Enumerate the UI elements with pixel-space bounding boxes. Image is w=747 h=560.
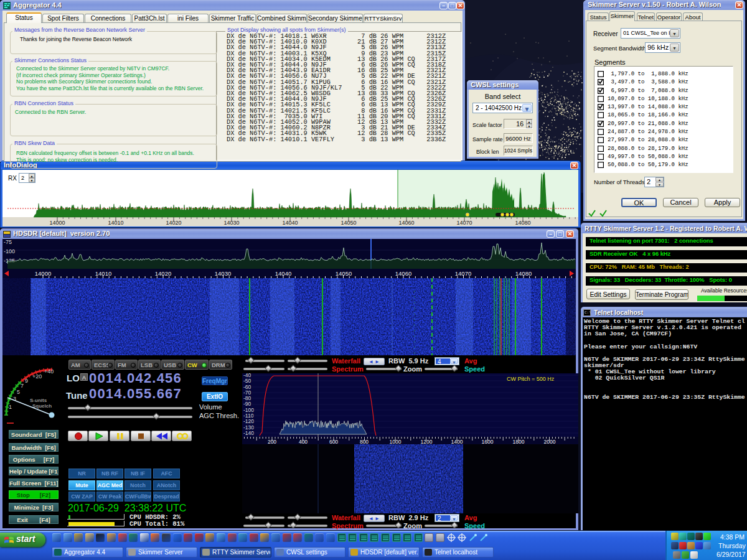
svg-text:-100: -100 — [4, 248, 15, 254]
svg-text:600: 600 — [329, 439, 338, 444]
svg-text:7: 7 — [21, 383, 24, 389]
svg-text:Squelch: Squelch — [32, 403, 52, 409]
svg-text:CW Pitch = 500 Hz: CW Pitch = 500 Hz — [507, 376, 555, 382]
svg-text:1000: 1000 — [390, 439, 402, 444]
svg-text:1800: 1800 — [513, 439, 525, 444]
svg-text:14010: 14010 — [108, 220, 123, 226]
svg-text:+20: +20 — [32, 373, 42, 380]
svg-text:-50: -50 — [243, 378, 251, 384]
svg-text:-90: -90 — [243, 401, 251, 407]
svg-text:S-units: S-units — [30, 398, 47, 403]
svg-text:200: 200 — [268, 439, 276, 444]
svg-text:14020: 14020 — [166, 220, 181, 226]
svg-text:9: 9 — [25, 378, 28, 384]
svg-text:14050: 14050 — [341, 220, 356, 226]
svg-text:400: 400 — [299, 439, 308, 444]
svg-text:14060: 14060 — [398, 220, 414, 226]
svg-text:14000: 14000 — [49, 220, 65, 226]
svg-text:14080: 14080 — [515, 220, 530, 226]
svg-text:14070: 14070 — [456, 220, 472, 226]
svg-text:14040: 14040 — [282, 220, 298, 226]
svg-text:5: 5 — [17, 389, 20, 395]
svg-text:2000: 2000 — [544, 439, 556, 444]
svg-text:14030: 14030 — [223, 220, 239, 226]
svg-text:+40: +40 — [44, 368, 54, 375]
svg-text:1600: 1600 — [482, 439, 494, 444]
svg-text:-75: -75 — [4, 239, 12, 245]
svg-text:1: 1 — [9, 404, 12, 410]
svg-text:1400: 1400 — [451, 439, 463, 444]
svg-text:1200: 1200 — [421, 439, 433, 444]
svg-text:800: 800 — [360, 439, 369, 444]
